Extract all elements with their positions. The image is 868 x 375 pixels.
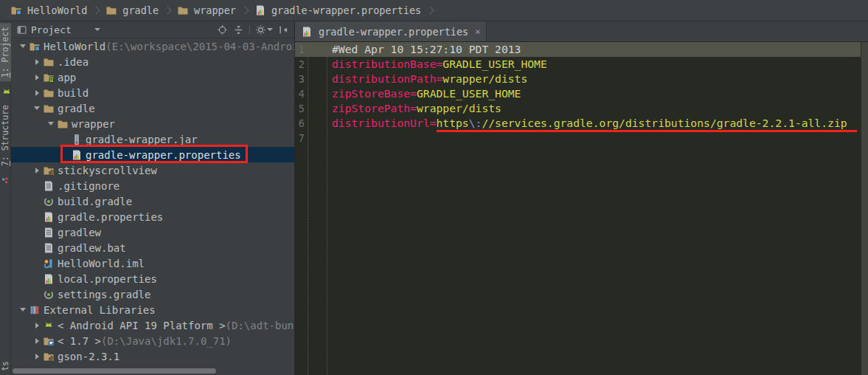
locate-icon[interactable] (217, 24, 228, 35)
app-folder-icon (43, 72, 56, 83)
tree-item-helloworld-iml[interactable]: HelloWorld.iml (11, 255, 294, 271)
tree-item-gradlew[interactable]: gradlew (11, 224, 294, 240)
line-number: 7 (295, 131, 305, 145)
tree-item-helloworld[interactable]: HelloWorld (E:\workspace\2015-04-03-Andr… (11, 38, 294, 54)
tree-item-gradlew-bat[interactable]: gradlew.bat (11, 240, 294, 255)
code-line-4[interactable]: 4zipStoreBase=GRADLE_USER_HOME (295, 86, 868, 101)
code-line-5[interactable]: 5zipStorePath=wrapper/dists (295, 101, 868, 116)
tree-item-gradle[interactable]: gradle (11, 100, 294, 116)
breadcrumb-item-helloworld[interactable]: HelloWorld (9, 4, 88, 16)
breadcrumb-item-gradle-wrapper-properties[interactable]: gradle-wrapper.properties (253, 4, 423, 16)
tree-item-local-properties[interactable]: local.properties (11, 271, 294, 286)
hide-panel-icon[interactable] (278, 24, 289, 35)
text-file-icon (43, 180, 56, 192)
tree-item-gradle-properties[interactable]: gradle.properties (11, 209, 294, 224)
tree-item-app[interactable]: app (11, 69, 294, 85)
chevron-collapsed-icon[interactable] (31, 72, 43, 83)
project-panel-header: Project (11, 21, 294, 38)
tool-button-1-project[interactable]: 1: Project (0, 23, 11, 81)
project-tool-icon (16, 24, 27, 35)
breadcrumb-label: HelloWorld (27, 4, 87, 16)
properties-file-icon (43, 211, 56, 223)
chevron-collapsed-icon[interactable] (31, 335, 43, 347)
properties-file-icon (43, 273, 56, 285)
tree-item-label: build (56, 87, 88, 99)
arrow-spacer (31, 196, 43, 207)
folder-icon (43, 87, 56, 99)
code-line-6[interactable]: 6distributionUrl=https\://services.gradl… (295, 116, 868, 131)
breadcrumb-label: gradle-wrapper.properties (271, 4, 421, 16)
chevron-collapsed-icon[interactable] (31, 351, 43, 362)
token-escape: \: (469, 117, 482, 129)
libraries-icon (29, 304, 42, 316)
code-text: distributionUrl=https\://services.gradle… (332, 116, 847, 131)
tree-item-1-7[interactable]: < 1.7 > (D:\Java\jdk1.7.0_71) (11, 333, 294, 348)
token-key: zipStorePath= (332, 102, 417, 114)
tree-item-build[interactable]: build (11, 85, 294, 100)
chevron-expanded-icon[interactable] (31, 103, 43, 114)
chevron-collapsed-icon[interactable] (31, 56, 43, 68)
token-value: //services.gradle.org/distributions/grad… (482, 117, 847, 129)
code-text: zipStorePath=wrapper/dists (332, 101, 501, 116)
gradle-file-icon (43, 196, 56, 207)
gradle-file-icon (43, 289, 56, 300)
tree-item-label: gson-2.3.1 (56, 351, 119, 362)
token-value: wrapper/dists (442, 72, 527, 85)
tree-item-wrapper[interactable]: wrapper (11, 116, 294, 131)
android-icon[interactable] (1, 86, 10, 96)
tree-item-label: local.properties (56, 273, 157, 285)
tree-item-label: gradlew.bat (56, 242, 126, 254)
tree-item-android-api-19-platform[interactable]: < Android API 19 Platform > (D:\adt-bund… (11, 317, 294, 333)
chevron-expanded-icon[interactable] (17, 41, 29, 52)
view-dropdown-caret-icon[interactable] (94, 28, 100, 31)
breadcrumb-item-gradle[interactable]: gradle (104, 4, 160, 16)
tree-item-label: < Android API 19 Platform > (56, 320, 226, 331)
tab-gradle-wrapper-properties[interactable]: gradle-wrapper.properties × (295, 21, 487, 41)
tree-item-build-gradle[interactable]: build.gradle (11, 193, 294, 209)
chevron-expanded-icon[interactable] (45, 118, 57, 130)
close-icon[interactable]: × (475, 27, 480, 37)
chevron-collapsed-icon[interactable] (31, 165, 43, 176)
settings-icon[interactable] (255, 24, 273, 35)
breadcrumb-separator-icon (426, 6, 434, 14)
tree-item-gitignore[interactable]: .gitignore (11, 178, 294, 193)
breadcrumb-item-wrapper[interactable]: wrapper (176, 4, 237, 16)
main-area: 1: Project7: Structurets Project HelloWo… (0, 21, 868, 375)
structure-icon[interactable] (1, 175, 10, 185)
code-line-2[interactable]: 2distributionBase=GRADLE_USER_HOME (295, 57, 868, 72)
code-line-7[interactable]: 7 (295, 131, 868, 145)
line-number: 6 (295, 116, 305, 131)
project-panel-title: Project (31, 24, 72, 35)
line-number: 5 (295, 101, 305, 116)
arrow-spacer (31, 211, 43, 223)
token-key: distributionBase= (332, 58, 442, 70)
vertical-scrollbar[interactable] (861, 42, 868, 375)
tree-item-idea[interactable]: .idea (11, 54, 294, 69)
token-value: GRADLE_USER_HOME (417, 87, 521, 100)
code-text: #Wed Apr 10 15:27:10 PDT 2013 (332, 42, 521, 57)
chevron-collapsed-icon[interactable] (31, 87, 43, 99)
token-value: GRADLE_USER_HOME (442, 58, 546, 70)
tree-item-gradle-wrapper-properties[interactable]: gradle-wrapper.properties (11, 147, 294, 162)
tree-item-gradle-wrapper-jar[interactable]: gradle-wrapper.jar (11, 131, 294, 147)
folder-icon (57, 118, 70, 130)
horizontal-scrollbar[interactable] (13, 368, 216, 374)
tree-item-label: External Libraries (42, 304, 156, 316)
code-line-3[interactable]: 3distributionPath=wrapper/dists (295, 72, 868, 86)
editor-area: gradle-wrapper.properties × 1#Wed Apr 10… (295, 21, 868, 375)
tree-item-stickyscrollview[interactable]: stickyscrollview (11, 162, 294, 178)
chevron-expanded-icon[interactable] (17, 304, 29, 316)
tree-item-gson-2-3-1[interactable]: gson-2.3.1 (11, 348, 294, 364)
tree-item-external-libraries[interactable]: External Libraries (11, 302, 294, 317)
properties-file-icon (254, 4, 268, 16)
editor-body[interactable]: 1#Wed Apr 10 15:27:10 PDT 20132distribut… (295, 42, 868, 375)
folder-chart-icon (43, 165, 56, 176)
collapse-all-icon[interactable] (233, 24, 244, 35)
code-line-1[interactable]: 1#Wed Apr 10 15:27:10 PDT 2013 (295, 42, 868, 57)
token-key: distributionPath= (332, 72, 442, 85)
tree-item-settings-gradle[interactable]: settings.gradle (11, 286, 294, 302)
tool-button-ts[interactable]: ts (0, 357, 11, 375)
chevron-collapsed-icon[interactable] (31, 320, 43, 331)
tool-button-7-structure[interactable]: 7: Structure (0, 101, 11, 170)
arrow-spacer (31, 273, 43, 285)
